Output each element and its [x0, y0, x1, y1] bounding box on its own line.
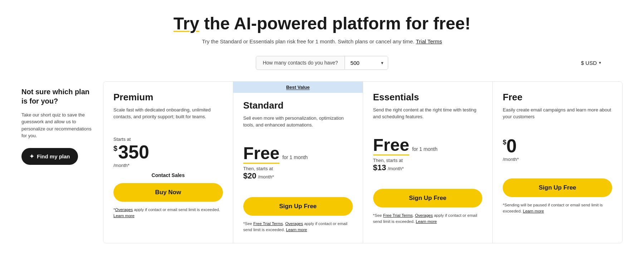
plan-standard-then-row: Then, starts at $20 /month*	[243, 166, 353, 181]
contacts-select[interactable]: 500 1000 2500 5000 10000 25000 50000	[345, 56, 388, 70]
plan-premium-starts-at: Starts at	[113, 137, 223, 142]
plan-essentials-then-period: /month*	[388, 166, 404, 171]
plan-essentials-then-price: $13	[373, 163, 386, 172]
hero-section: Try the AI-powered platform for free! Tr…	[21, 14, 623, 44]
plan-standard: Best Value Standard Sell even more with …	[233, 82, 363, 243]
plan-premium-price-area: Starts at $ 350 /month*	[113, 137, 223, 168]
trial-terms-link[interactable]: Trial Terms	[416, 38, 442, 44]
sidebar-quiz-desc: Take our short quiz to save the guesswor…	[21, 111, 93, 139]
plan-premium-footnote: *Overages apply if contact or email send…	[113, 207, 223, 219]
plan-premium-number: 350	[118, 143, 149, 161]
plan-essentials-cta-button[interactable]: Sign Up Free	[373, 189, 483, 207]
plan-premium: Premium Scale fast with dedicated onboar…	[103, 82, 233, 243]
plan-free-cta-button[interactable]: Sign Up Free	[503, 178, 612, 197]
plan-essentials-free-period: for 1 month	[412, 146, 438, 152]
plan-premium-period: /month*	[113, 163, 223, 168]
plan-free-zero-area: $ 0	[503, 137, 612, 155]
plan-free-desc: Easily create email campaigns and learn …	[503, 106, 612, 129]
plan-essentials-desc: Send the right content at the right time…	[373, 106, 483, 129]
plan-free-learn-more-link[interactable]: Learn more	[523, 209, 544, 213]
plan-essentials: Essentials Send the right content at the…	[363, 82, 493, 243]
plan-premium-name: Premium	[113, 92, 223, 103]
plan-standard-then-starts: Then, starts at	[243, 166, 353, 171]
plan-essentials-then-row: Then, starts at $13 /month*	[373, 158, 483, 172]
plans-layout: Not sure which plan is for you? Take our…	[21, 81, 623, 244]
plan-essentials-price-area: Free for 1 month Then, starts at $13 /mo…	[373, 137, 483, 172]
controls-row: How many contacts do you have? 500 1000 …	[21, 56, 623, 70]
currency-chevron-icon: ▾	[599, 60, 601, 65]
plan-standard-free-period: for 1 month	[282, 154, 308, 160]
plan-free-number: 0	[506, 137, 517, 155]
plan-free-price-area: $ 0 /month*	[503, 137, 612, 162]
plan-premium-learn-more-link[interactable]: Learn more	[113, 214, 135, 218]
plan-essentials-free-row: Free for 1 month	[373, 137, 483, 156]
hero-title-rest: the AI-powered platform for free!	[199, 14, 470, 33]
sparkle-icon: ✦	[29, 153, 34, 160]
hero-subtitle: Try the Standard or Essentials plan risk…	[21, 38, 623, 44]
contacts-label: How many contacts do you have?	[256, 56, 345, 69]
plan-standard-free-label: Free	[243, 145, 279, 164]
plan-standard-price-area: Free for 1 month Then, starts at $20 /mo…	[243, 145, 353, 181]
plan-free-footnote: *Sending will be paused if contact or em…	[503, 202, 612, 215]
plan-premium-price-main: $ 350	[113, 143, 223, 161]
plan-free-dollar: $	[503, 139, 506, 146]
find-plan-button[interactable]: ✦ Find my plan	[21, 148, 78, 165]
plan-standard-free-row: Free for 1 month	[243, 145, 353, 164]
hero-title: Try the AI-powered platform for free!	[21, 14, 623, 33]
plan-standard-name: Standard	[243, 100, 353, 111]
plan-premium-contact-sales: Contact Sales	[113, 172, 223, 178]
plan-standard-cta-button[interactable]: Sign Up Free	[243, 197, 353, 216]
plan-free-name: Free	[503, 92, 612, 103]
plan-free: Free Easily create email campaigns and l…	[493, 82, 622, 243]
plan-standard-then-period: /month*	[258, 174, 274, 180]
plan-premium-desc: Scale fast with dedicated onboarding, un…	[113, 106, 223, 129]
plan-standard-learn-more-link[interactable]: Learn more	[286, 228, 307, 232]
plan-essentials-free-label: Free	[373, 137, 409, 156]
plan-premium-cta-button[interactable]: Buy Now	[113, 183, 223, 202]
contacts-select-wrapper: 500 1000 2500 5000 10000 25000 50000 ▾	[345, 56, 388, 70]
plan-standard-desc: Sell even more with personalization, opt…	[243, 115, 353, 138]
plan-standard-overages-link[interactable]: Overages	[285, 221, 303, 226]
find-plan-label: Find my plan	[37, 153, 70, 159]
hero-title-try: Try	[174, 14, 199, 33]
plan-essentials-overages-link[interactable]: Overages	[415, 213, 433, 218]
plan-standard-then-price: $20	[243, 171, 257, 180]
currency-selector[interactable]: $ USD ▾	[581, 60, 601, 66]
plan-standard-free-trial-terms-link[interactable]: Free Trial Terms	[253, 221, 283, 226]
plan-essentials-footnote: *See Free Trial Terms. Overages apply if…	[373, 212, 483, 225]
plan-premium-overages-link[interactable]: Overages	[115, 207, 133, 212]
plan-essentials-learn-more-link[interactable]: Learn more	[416, 219, 437, 224]
contacts-selector: How many contacts do you have? 500 1000 …	[256, 56, 388, 70]
plan-premium-dollar: $	[113, 145, 117, 152]
plan-free-period: /month*	[503, 157, 612, 162]
plans-container: Premium Scale fast with dedicated onboar…	[103, 81, 623, 244]
sidebar-quiz-title: Not sure which plan is for you?	[21, 87, 93, 106]
plan-essentials-then-starts: Then, starts at	[373, 158, 483, 163]
plan-essentials-free-trial-terms-link[interactable]: Free Trial Terms	[383, 213, 413, 218]
best-value-badge: Best Value	[233, 82, 363, 93]
sidebar-quiz: Not sure which plan is for you? Take our…	[21, 81, 93, 171]
plan-essentials-name: Essentials	[373, 92, 483, 103]
currency-label: $ USD	[581, 60, 597, 66]
plan-standard-footnote: *See Free Trial Terms. Overages apply if…	[243, 221, 353, 233]
